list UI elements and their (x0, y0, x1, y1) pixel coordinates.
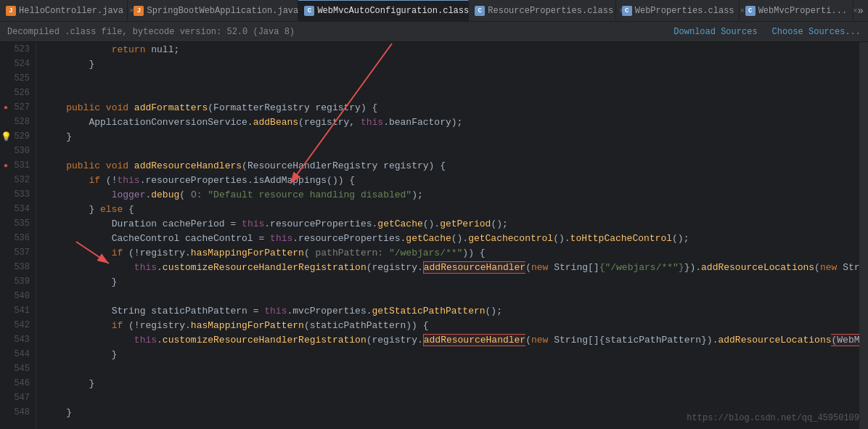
token: "/webjars/**" (389, 248, 462, 258)
token: addResourceHandler (423, 334, 525, 346)
token: addResourceLocations (701, 262, 814, 273)
token: ApplicationConversionService (89, 117, 247, 128)
code-line: } (44, 376, 859, 391)
token: CacheControl (112, 233, 180, 244)
code-line: } (44, 274, 859, 289)
code-line (44, 144, 859, 158)
code-line (44, 86, 859, 100)
tab-webprops[interactable]: C WebProperties.class × (616, 0, 740, 22)
line-number: 541 (12, 306, 36, 316)
token: this (134, 262, 157, 273)
code-area[interactable]: return null; } public void addFormatters… (36, 42, 859, 429)
gutter-row: 526 (0, 86, 36, 100)
line-number: 536 (12, 233, 36, 243)
token: this (270, 233, 292, 244)
token: String (554, 335, 588, 346)
code-line: CacheControl cacheControl = this.resourc… (44, 231, 859, 245)
token (548, 262, 554, 273)
token: FormatterRegistry (213, 102, 310, 113)
line-number: 546 (12, 378, 36, 388)
watermark: https://blog.csdn.net/qq_45950109 (687, 413, 859, 423)
code-line: if (!registry.hasMappingForPattern(stati… (44, 318, 859, 332)
gutter-row: 524 (0, 57, 36, 71)
line-number: 534 (12, 204, 36, 214)
token: registry) { (310, 102, 378, 113)
token: .resourceProperties. (292, 233, 406, 244)
code-line: Duration cachePeriod = this.resourceProp… (44, 216, 859, 231)
token: getPeriod (440, 218, 491, 229)
token: "Default resource handling disabled" (208, 189, 412, 200)
token: {"/webjars/**"} (599, 262, 684, 273)
gutter-row: 539 (0, 274, 36, 289)
gutter-row: 528 (0, 115, 36, 129)
download-sources-btn[interactable]: Download Sources (673, 27, 757, 37)
gutter-row: 532 (0, 173, 36, 187)
gutter-row: 530 (0, 144, 36, 158)
token (44, 44, 112, 55)
gutter-row: 546 (0, 376, 36, 391)
tab-springboot[interactable]: J SpringBootWebApplication.java × (128, 0, 298, 22)
choose-sources-btn[interactable]: Choose Sources... (772, 27, 861, 37)
line-number: 523 (12, 44, 36, 54)
tab-resourceprops[interactable]: C ResourceProperties.class × (469, 0, 615, 22)
token: addResourceHandlers (134, 160, 242, 171)
class-icon: C (622, 6, 632, 16)
line-number: 537 (12, 248, 36, 258)
token: Duration (112, 218, 157, 229)
info-bar: Decompiled .class file, bytecode version… (0, 22, 868, 42)
token (44, 175, 89, 186)
token: } (44, 407, 72, 418)
token: staticPathPattern = (145, 306, 264, 316)
token: toHttpCacheControl (570, 233, 672, 244)
decompiled-info: Decompiled .class file, bytecode version… (7, 27, 295, 37)
gutter-row: 535 (0, 216, 36, 231)
token: } (44, 378, 94, 389)
gutter-row: ●531 (0, 158, 36, 173)
line-marker: ● (0, 103, 12, 112)
token (44, 320, 112, 331)
token: else (100, 204, 123, 215)
code-line: public void addResourceHandlers(Resource… (44, 158, 859, 173)
token (44, 233, 112, 244)
gutter-row: 538 (0, 260, 36, 274)
token: void (106, 102, 134, 113)
line-number: 547 (12, 393, 36, 403)
tab-bar: J HelloController.java × J SpringBootWeb… (0, 0, 868, 22)
token: pathPattern: (316, 248, 384, 258)
token: cacheControl = (179, 233, 270, 244)
token: ( (242, 160, 247, 171)
tab-label: HelloController.java (19, 6, 123, 16)
line-number: 545 (12, 364, 36, 374)
token: (registry. (367, 335, 423, 346)
class-icon: C (304, 6, 314, 16)
line-number: 542 (12, 320, 36, 330)
token: []{staticPathPattern}). (588, 335, 718, 346)
token: ( (179, 189, 191, 200)
line-number: 540 (12, 291, 36, 301)
scrollbar[interactable] (859, 42, 868, 429)
token: void (106, 160, 134, 171)
tab-overflow-btn[interactable]: » (853, 5, 868, 17)
token: getCache (406, 233, 451, 244)
token: ( (814, 262, 820, 273)
gutter-row: 542 (0, 318, 36, 332)
tab-webmvc[interactable]: C WebMvcAutoConfiguration.class × (298, 0, 469, 22)
token: ( (208, 102, 213, 113)
token: } (44, 204, 100, 215)
line-number: 527 (12, 102, 36, 113)
tab-webmvcprops[interactable]: C WebMvcProperti... × (740, 0, 853, 22)
class-icon: C (745, 6, 756, 16)
code-line: } else { (44, 202, 859, 216)
token: if (112, 320, 123, 331)
token: if (112, 248, 123, 258)
tab-hellcontroller[interactable]: J HelloController.java × (0, 0, 128, 22)
token: { (123, 204, 134, 215)
token: new (531, 335, 548, 346)
code-line: String staticPathPattern = this.mvcPrope… (44, 303, 859, 318)
token: addBeans (253, 117, 298, 128)
gutter-row: ●527 (0, 100, 36, 115)
code-line: ApplicationConversionService.addBeans(re… (44, 115, 859, 129)
token: addResourceLocations (718, 335, 831, 346)
token: .resourceProperties.isAddMappings()) { (140, 175, 355, 186)
token (44, 189, 112, 200)
